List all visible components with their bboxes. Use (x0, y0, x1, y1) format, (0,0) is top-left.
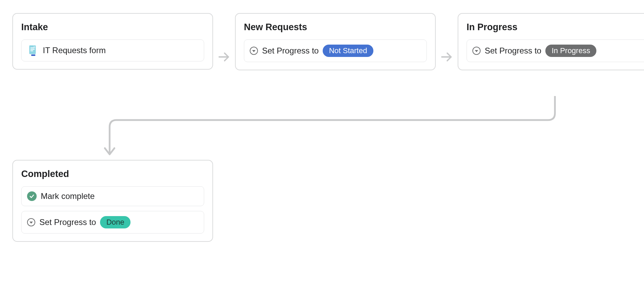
arrow-right-icon (438, 48, 456, 66)
chevron-down-circle-icon (250, 47, 258, 55)
svg-rect-4 (31, 55, 36, 56)
set-progress-action[interactable]: Set Progress to Not Started (244, 39, 427, 62)
svg-rect-2 (30, 49, 35, 50)
intake-form-action[interactable]: IT Requests form (21, 39, 204, 61)
chevron-down-circle-icon (472, 47, 481, 55)
set-progress-label: Set Progress to (485, 46, 541, 56)
mark-complete-action[interactable]: Mark complete (21, 186, 204, 206)
status-pill-done: Done (100, 216, 131, 228)
arrow-right-icon (215, 48, 233, 66)
set-progress-action[interactable]: Set Progress to Done (21, 211, 204, 234)
status-pill-not-started: Not Started (323, 45, 373, 57)
mark-complete-label: Mark complete (41, 191, 95, 201)
stage-title: Intake (21, 22, 204, 33)
stage-title: Completed (21, 169, 204, 179)
set-progress-label: Set Progress to (262, 46, 319, 56)
stage-title: In Progress (467, 22, 644, 33)
stage-completed[interactable]: Completed Mark complete Set Progress to … (12, 160, 213, 242)
form-document-icon (27, 45, 39, 56)
stage-intake[interactable]: Intake IT Requests form (12, 13, 213, 70)
svg-rect-1 (30, 48, 35, 48)
set-progress-label: Set Progress to (39, 217, 96, 227)
connector-return-arrow (103, 96, 562, 161)
stage-new-requests[interactable]: New Requests Set Progress to Not Started (235, 13, 436, 70)
svg-rect-3 (30, 50, 34, 51)
chevron-down-circle-icon (27, 218, 35, 226)
set-progress-action[interactable]: Set Progress to In Progress (467, 39, 644, 62)
stage-title: New Requests (244, 22, 427, 33)
status-pill-in-progress: In Progress (545, 45, 596, 57)
check-circle-icon (27, 191, 37, 201)
stage-in-progress[interactable]: In Progress Set Progress to In Progress (458, 13, 644, 70)
intake-form-label: IT Requests form (43, 46, 106, 55)
